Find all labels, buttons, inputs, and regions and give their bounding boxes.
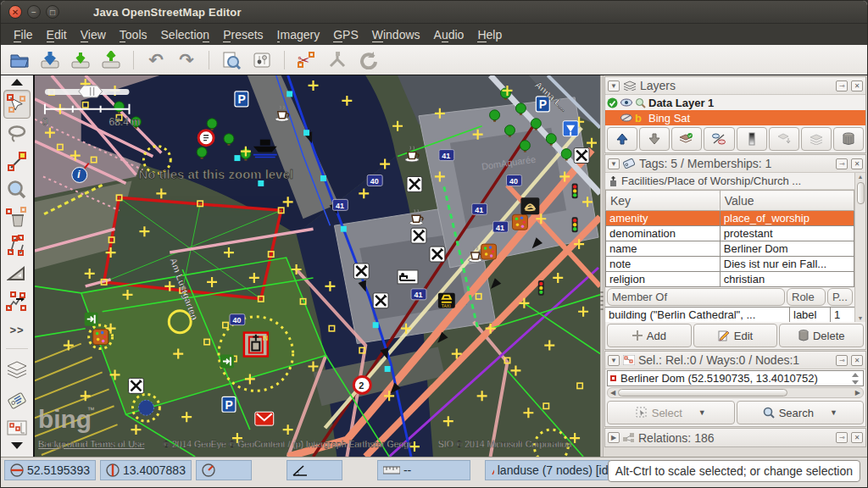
menu-view[interactable]: View [75,26,112,43]
collapse-tags-icon[interactable]: ▼ [608,158,620,169]
tool-zoom[interactable] [3,177,31,202]
layers-panel: ▼ Layers ⊸ ✕ Data Layer 1 b Bing Sat [604,76,866,153]
selection-hscrollbar[interactable]: ◀▶ [607,387,864,398]
close-selection-icon[interactable]: ✕ [851,355,863,366]
search-button[interactable]: Search▼ [737,401,865,424]
preferences-icon[interactable] [248,48,275,72]
pin-tags-icon[interactable]: ⊸ [836,158,848,169]
layer-row-bing[interactable]: b Bing Sat [605,110,865,125]
data-layer-icon [635,97,646,108]
select-button[interactable]: Select▼ [607,401,735,424]
upload-icon[interactable] [97,48,125,72]
menu-presets[interactable]: Presets [217,26,269,43]
tag-row[interactable]: noteDies ist nur ein Fall... [606,257,854,272]
collapse-layers-icon[interactable]: ▼ [608,80,620,92]
map-canvas[interactable]: P [35,75,600,457]
close-window-icon[interactable]: ✕ [8,5,22,19]
layer-activate-button[interactable] [671,127,702,151]
menu-selection[interactable]: Selection [155,26,216,43]
distance-field: -- [377,460,470,480]
tag-row[interactable]: denominationprotestant [606,226,854,241]
layer-opacity-button[interactable] [737,127,767,151]
toggle-selection-panel[interactable] [3,418,31,438]
menu-imagery[interactable]: Imagery [271,26,326,43]
tool-merge-nodes[interactable] [3,289,31,314]
toggle-tags-panel[interactable] [3,386,31,415]
refresh-icon[interactable] [354,48,381,72]
layer-move-up-button[interactable] [607,127,637,151]
tool-lasso[interactable] [3,121,31,147]
tags-scrollbar[interactable]: ▲▼ [854,173,865,322]
spinner-icon[interactable] [850,372,860,385]
member-of-header[interactable]: Member Of [607,288,785,306]
tool-unglue[interactable] [3,233,31,258]
expand-relations-icon[interactable]: ▶ [608,432,620,443]
trash-icon [798,330,809,341]
tag-row[interactable]: religionchristian [606,272,854,287]
speed-sign: 2 [353,376,370,393]
delete-tag-button[interactable]: Delete [779,324,864,347]
minimize-window-icon[interactable]: − [27,5,41,19]
tag-row[interactable]: nameBerliner Dom [606,241,854,257]
key-header[interactable]: Key [606,191,721,211]
undo-icon[interactable]: ↶ [142,48,170,72]
value-header[interactable]: Value [720,191,854,211]
no-tiles-message: No tiles at this zoom level [138,167,292,181]
menu-help[interactable]: Help [471,26,508,43]
pin-layers-icon[interactable]: ⊸ [836,80,848,92]
close-layers-icon[interactable]: ✕ [851,80,863,92]
membership-header: Member Of Role P... [605,287,854,307]
terms-of-use-link[interactable]: Background Terms of Use [38,439,145,449]
layer-visibility-button[interactable] [704,127,734,151]
preset-row[interactable]: Facilities/Place of Worship/Church ... [605,173,854,190]
layer-row-data[interactable]: Data Layer 1 [605,95,865,110]
download-data-icon[interactable] [67,48,94,72]
tags-table: Key Value amenityplace_of_worship denomi… [605,190,854,287]
tool-shear[interactable] [3,261,31,286]
selection-list-item[interactable]: Berliner Dom (52.5190735, 13.4010752) [607,370,864,386]
combine-way-icon[interactable] [324,48,351,72]
menu-edit[interactable]: Edit [41,26,73,43]
menu-tools[interactable]: Tools [114,26,153,43]
pin-relations-icon[interactable]: ⊸ [836,432,848,443]
toggle-layers-panel[interactable] [3,355,31,384]
tags-panel: ▼ Tags: 5 / Memberships: 1 ⊸ ✕ Facilitie… [604,154,866,350]
search-icon[interactable] [218,48,245,72]
layer-visible-eye-icon[interactable] [620,98,632,107]
open-file-icon[interactable] [6,48,33,72]
selection-buttons: Select▼ Search▼ [605,399,865,426]
menu-file[interactable]: File [8,26,39,43]
add-tag-button[interactable]: Add [607,324,692,347]
tool-overflow[interactable]: >> [3,317,31,342]
layer-duplicate-button[interactable] [801,127,832,151]
membership-row[interactable]: building ("Berlin Cathedral", ... label … [605,307,854,322]
close-tags-icon[interactable]: ✕ [851,158,863,169]
tool-select[interactable] [3,90,31,119]
layer-delete-button[interactable] [833,127,864,151]
edit-tag-button[interactable]: Edit [693,324,778,347]
tool-draw-node[interactable] [3,149,31,175]
layer-move-down-button[interactable] [639,127,670,151]
collapse-down-icon[interactable] [2,441,32,451]
close-relations-icon[interactable]: ✕ [851,432,863,443]
layer-merge-down-button[interactable] [769,127,799,151]
position-header[interactable]: P... [827,288,853,306]
split-way-icon[interactable]: ✂ [293,48,320,72]
tool-delete[interactable] [3,205,31,230]
tag-row[interactable]: amenityplace_of_worship [606,211,854,226]
collapse-up-icon[interactable] [2,77,32,87]
download-osm-icon[interactable] [36,48,64,72]
menu-gps[interactable]: GPS [327,26,364,43]
layer-hidden-eye-icon[interactable] [620,114,632,122]
church-node-icon[interactable]: N [244,333,268,357]
role-header[interactable]: Role [787,288,826,306]
church-preset-icon [609,175,618,187]
menu-audio[interactable]: Audio [428,26,470,43]
redo-icon[interactable]: ↷ [173,48,200,72]
pin-selection-icon[interactable]: ⊸ [836,355,848,366]
svg-text:2: 2 [359,380,364,391]
panel-splitter[interactable] [600,75,603,457]
collapse-selection-icon[interactable]: ▼ [608,355,620,366]
menu-windows[interactable]: Windows [366,26,426,43]
maximize-window-icon[interactable]: □ [46,5,59,19]
